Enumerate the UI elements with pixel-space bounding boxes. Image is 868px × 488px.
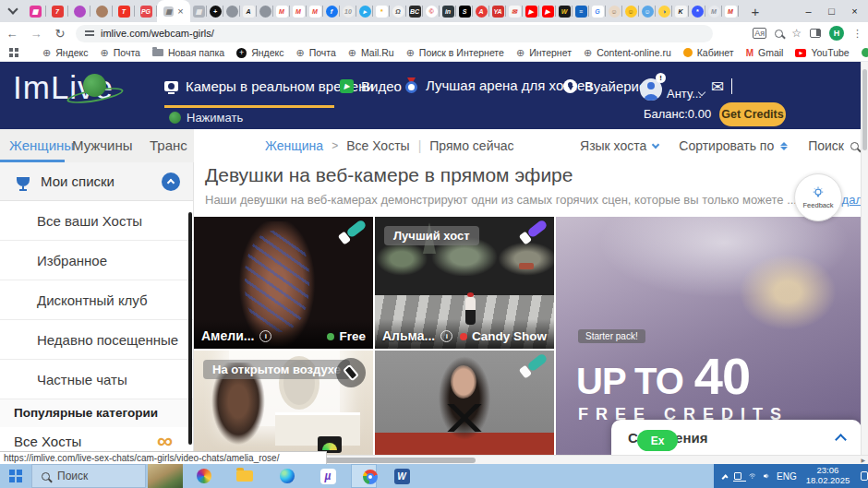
browser-tab[interactable]: ☺: [639, 0, 656, 22]
host-name[interactable]: Амели...: [201, 328, 254, 343]
browser-tab[interactable]: [90, 0, 113, 22]
browser-tab[interactable]: 10: [340, 0, 356, 22]
close-button[interactable]: ×: [843, 6, 866, 17]
taskbar-search[interactable]: Поиск: [31, 464, 146, 488]
browser-tab[interactable]: W: [556, 0, 573, 22]
url-text[interactable]: imlive.com/webcam-girls/: [101, 28, 214, 39]
cam-tile-alma[interactable]: Лучший хост Альма... i Candy Show: [375, 217, 554, 349]
browser-tab[interactable]: PG: [135, 0, 157, 22]
browser-tab[interactable]: M: [290, 0, 307, 22]
sort-by-filter[interactable]: Сортировать по: [679, 138, 788, 153]
breadcrumb-women[interactable]: Женщина: [265, 138, 323, 153]
bookmark-star-icon[interactable]: ☆: [791, 27, 802, 40]
bookmark-item[interactable]: ⊕Content-online.ru: [584, 47, 671, 58]
edge-icon[interactable]: [273, 464, 301, 488]
wifi-icon[interactable]: [749, 471, 756, 481]
site-info-icon[interactable]: [85, 29, 94, 38]
nav-click-item[interactable]: Нажимать: [169, 111, 243, 125]
side-panel-icon[interactable]: [810, 29, 821, 38]
browser-tab[interactable]: ▶: [523, 0, 539, 22]
word-icon[interactable]: W: [388, 464, 416, 488]
cam-tile-amelia[interactable]: Амели... i Free: [194, 217, 373, 349]
sidebar-item[interactable]: Дисконтный клуб: [0, 280, 193, 320]
browser-tab[interactable]: BC: [406, 0, 423, 22]
menu-kebab-icon[interactable]: ⋮: [852, 28, 862, 40]
tab-trans[interactable]: Транс: [150, 137, 187, 153]
browser-tab[interactable]: *: [373, 0, 390, 22]
host-name[interactable]: Альма...: [382, 328, 435, 343]
browser-tab[interactable]: ◑: [656, 0, 672, 22]
forward-icon[interactable]: →: [24, 27, 48, 41]
breadcrumb-all-hosts[interactable]: Все Хосты: [346, 138, 409, 153]
chrome-taskbar-active[interactable]: [351, 464, 377, 488]
bookmark-item[interactable]: ⊕Почта: [101, 47, 140, 58]
sidebar-item[interactable]: Все ваши Хосты: [0, 201, 193, 241]
bookmark-item[interactable]: ⊕Интернет: [516, 47, 572, 58]
weather-widget[interactable]: [148, 464, 183, 488]
messages-envelope-icon[interactable]: ✉: [711, 77, 724, 97]
minimize-button[interactable]: –: [797, 6, 820, 17]
info-icon[interactable]: i: [440, 330, 452, 342]
host-language-filter[interactable]: Язык хоста: [580, 138, 658, 153]
bookmark-item[interactable]: +Яндекс: [236, 47, 283, 58]
browser-tab[interactable]: ☺: [606, 0, 622, 22]
browser-tab[interactable]: ▦: [24, 0, 46, 22]
browser-tab[interactable]: А: [240, 0, 257, 22]
bookmark-item[interactable]: Карты: [862, 47, 868, 58]
reload-icon[interactable]: ↻: [48, 27, 72, 41]
notification-center-icon[interactable]: [861, 471, 868, 481]
cam-tile[interactable]: [375, 351, 554, 455]
bookmark-item[interactable]: ⊕Поиск в Интернете: [406, 47, 504, 58]
browser-tab[interactable]: G: [589, 0, 606, 22]
browser-tab[interactable]: ▶: [539, 0, 556, 22]
back-icon[interactable]: ←: [0, 27, 24, 41]
browser-tab[interactable]: +: [207, 0, 223, 22]
browser-tab[interactable]: ✉: [506, 0, 523, 22]
tray-chevron-icon[interactable]: [722, 474, 729, 481]
browser-tab[interactable]: A: [473, 0, 489, 22]
browser-tab[interactable]: K: [672, 0, 689, 22]
bookmark-item[interactable]: ⊕Mail.Ru: [348, 47, 394, 58]
sidebar-my-lists[interactable]: Мои списки: [0, 162, 193, 201]
language-indicator[interactable]: ENG: [777, 471, 797, 482]
browser-tab[interactable]: ▦: [190, 0, 207, 22]
tab-men[interactable]: Мужчины: [72, 137, 132, 153]
utorrent-icon[interactable]: µ: [314, 464, 342, 488]
info-icon[interactable]: i: [259, 330, 271, 342]
bookmark-item[interactable]: Кабинет: [683, 47, 734, 58]
tab-search-chevron-icon[interactable]: [7, 4, 18, 14]
browser-tab[interactable]: ☺: [622, 0, 639, 22]
bookmark-item[interactable]: ▶YouTube: [795, 47, 849, 58]
browser-tab[interactable]: f: [323, 0, 340, 22]
translate-icon[interactable]: Aя: [753, 28, 766, 39]
breadcrumb-live-now[interactable]: Прямо сейчас: [429, 138, 513, 153]
maximize-button[interactable]: □: [820, 6, 843, 17]
nav-voyeur[interactable]: Вуайерист: [563, 78, 652, 94]
browser-tab[interactable]: ▸: [356, 0, 373, 22]
new-tab-button[interactable]: +: [746, 4, 765, 19]
bookmark-item[interactable]: Новая папка: [152, 47, 224, 58]
sidebar-scrollbar[interactable]: [188, 212, 192, 445]
browser-tab[interactable]: M: [722, 0, 739, 22]
tab-close-icon[interactable]: ×: [177, 6, 183, 17]
sidebar-item[interactable]: Недавно посещенные: [0, 320, 193, 360]
active-browser-tab[interactable]: ▦ ×: [157, 0, 190, 22]
sidebar-item[interactable]: Частные чаты: [0, 360, 193, 399]
browser-tab[interactable]: YA: [489, 0, 506, 22]
nav-video[interactable]: ▶ Видео: [340, 78, 402, 94]
browser-tab[interactable]: *: [689, 0, 705, 22]
browser-tab[interactable]: ≡: [573, 0, 589, 22]
search-control[interactable]: Поиск: [808, 138, 859, 153]
speaker-icon[interactable]: [764, 471, 769, 481]
vertical-scrollbar[interactable]: [861, 62, 868, 455]
username-label[interactable]: Анту...: [667, 87, 702, 101]
collapse-chevron-button[interactable]: [162, 173, 180, 191]
taskbar-clock[interactable]: 23:0618.02.2025: [806, 466, 850, 486]
scroll-right-arrow-icon[interactable]: ▶: [861, 457, 865, 463]
browser-tab[interactable]: M: [307, 0, 323, 22]
apps-grid-icon[interactable]: [9, 48, 18, 57]
bookmark-item[interactable]: MGmail: [746, 47, 784, 58]
sidebar-item[interactable]: Избранное: [0, 241, 193, 280]
browser-tab[interactable]: 7: [46, 0, 68, 22]
browser-tab[interactable]: [68, 0, 90, 22]
